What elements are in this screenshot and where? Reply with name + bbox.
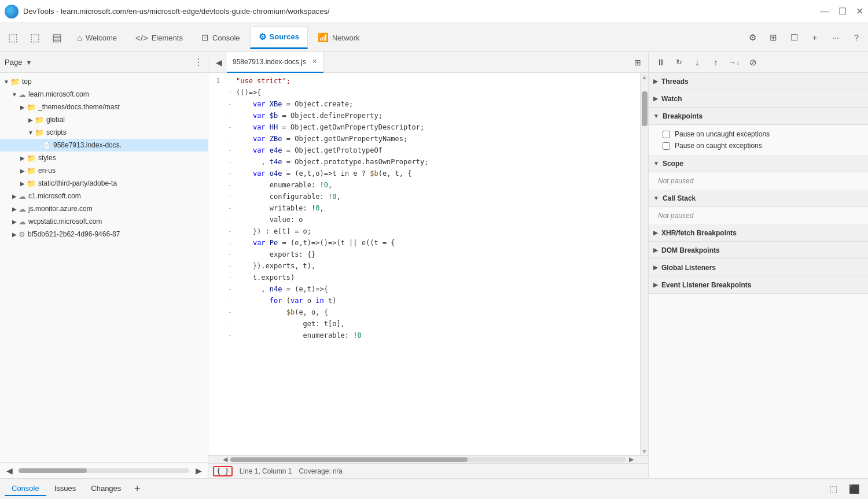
tree-item-jsmonitor[interactable]: ▶ ☁ js.monitor.azure.com (0, 202, 208, 215)
close-drawer-icon[interactable]: ⬛ (845, 480, 863, 498)
tree-item-top[interactable]: ▼ 📁 top (0, 75, 208, 88)
nav-sidebar-button[interactable]: ▤ (46, 27, 67, 48)
watch-section-header[interactable]: ▶ Watch (649, 90, 868, 108)
tree-item-global[interactable]: ▶ 📁 global (0, 113, 208, 126)
scope-arrow-icon: ▼ (653, 160, 659, 167)
tree-label-styles: styles (38, 154, 56, 162)
code-line-1: 1 "use strict"; (213, 75, 635, 87)
breakpoints-section-header[interactable]: ▼ Breakpoints (649, 108, 868, 125)
horizontal-scrollbar-track[interactable] (230, 457, 626, 462)
pause-caught-checkbox[interactable] (663, 142, 670, 150)
tab-sources[interactable]: ⚙ Sources (250, 26, 308, 49)
more-tabs-icon[interactable]: + (806, 28, 824, 47)
tab-elements[interactable]: </> Elements (127, 26, 192, 49)
threads-section-label: Threads (661, 77, 689, 86)
global-listeners-section-header[interactable]: ▶ Global Listeners (649, 259, 868, 276)
step-over-button[interactable]: ↻ (671, 54, 687, 71)
tree-scroll-left[interactable]: ◀ (2, 464, 16, 478)
tab-console[interactable]: ⊡ Console (193, 26, 249, 49)
vertical-scrollbar-thumb[interactable] (642, 91, 648, 126)
tree-item-static[interactable]: ▶ 📁 static/third-party/adobe-ta (0, 177, 208, 190)
split-editor-button[interactable]: ⊞ (630, 54, 646, 71)
gear-icon: ⚙ (19, 230, 25, 239)
maximize-button[interactable]: ☐ (838, 6, 847, 17)
more-options-icon[interactable]: ··· (826, 28, 845, 47)
editor-tab-close-button[interactable]: ✕ (312, 58, 317, 65)
tree-item-wcpstatic[interactable]: ▶ ☁ wcpstatic.microsoft.com (0, 215, 208, 228)
nav-dock-button[interactable]: ⬚ (24, 27, 45, 48)
step-out-button[interactable]: ↑ (708, 54, 724, 71)
editor-tab-indexfile[interactable]: 958e7913.index-docs.js ✕ (227, 52, 323, 73)
tree-item-themes[interactable]: ▶ 📁 _themes/docs.theme/mast (0, 101, 208, 113)
tree-item-styles[interactable]: ▶ 📁 styles (0, 151, 208, 164)
scope-not-paused: Not paused (649, 172, 868, 190)
welcome-icon: ⌂ (77, 33, 82, 43)
add-panel-button[interactable]: + (129, 481, 145, 497)
right-toolbar: ⏸ ↻ ↓ ↑ →↓ ⊘ (649, 52, 868, 73)
tree-item-enus[interactable]: ▶ 📁 en-us (0, 164, 208, 177)
tree-item-indexfile[interactable]: 📄 958e7913.index-docs. (0, 139, 208, 151)
undock-icon[interactable]: ⬚ (824, 480, 843, 498)
settings-icon[interactable]: ⊞ (764, 28, 782, 47)
pretty-print-button[interactable]: { } (213, 466, 233, 476)
dropdown-arrow-icon[interactable]: ▼ (25, 59, 32, 66)
title-bar: DevTools - learn.microsoft.com/en-us/mic… (0, 0, 868, 23)
global-listeners-arrow-icon: ▶ (653, 264, 658, 271)
code-line-21: - $b(e, o, { (213, 306, 635, 318)
editor-status-bar: { } Line 1, Column 1 Coverage: n/a (208, 463, 648, 478)
deactivate-breakpoints-button[interactable]: ⊘ (745, 54, 761, 71)
horizontal-scrollbar-thumb[interactable] (230, 457, 468, 462)
vertical-scrollbar[interactable]: ▲ ▼ (640, 73, 648, 455)
bottom-tab-changes[interactable]: Changes (84, 482, 128, 496)
customize-icon[interactable]: ⚙ (743, 28, 762, 47)
event-listeners-section-header[interactable]: ▶ Event Listener Breakpoints (649, 276, 868, 294)
tree-label-enus: en-us (38, 167, 56, 175)
tree-item-bf5db[interactable]: ▶ ⚙ bf5db621-2b62-4d96-9466-87 (0, 228, 208, 241)
help-icon[interactable]: ? (847, 28, 866, 47)
tree-scroll-right[interactable]: ▶ (192, 464, 205, 478)
call-stack-section-header[interactable]: ▼ Call Stack (649, 190, 868, 207)
scroll-right-icon[interactable]: ▶ (626, 456, 637, 463)
pause-uncaught-checkbox[interactable] (663, 131, 670, 138)
tree-item-learn[interactable]: ▼ ☁ learn.microsoft.com (0, 88, 208, 101)
dom-breakpoints-section-header[interactable]: ▶ DOM Breakpoints (649, 242, 868, 259)
dock-icon[interactable]: ☐ (785, 28, 803, 47)
close-button[interactable]: ✕ (856, 6, 863, 17)
horizontal-scrollbar[interactable]: ◀ ▶ (208, 455, 648, 463)
step-into-button[interactable]: ↓ (689, 54, 705, 71)
cursor-position: Line 1, Column 1 (240, 467, 292, 475)
xhr-breakpoints-section-header[interactable]: ▶ XHR/fetch Breakpoints (649, 224, 868, 242)
tree-item-scripts[interactable]: ▼ 📁 scripts (0, 126, 208, 139)
scroll-left-icon[interactable]: ◀ (220, 456, 230, 463)
tree-label-themes: _themes/docs.theme/mast (38, 103, 120, 111)
code-line-7: - var e4e = Object.getPrototypeOf (213, 145, 635, 156)
tab-welcome[interactable]: ⌂ Welcome (68, 26, 126, 49)
code-area[interactable]: 1 "use strict"; - (()=>{ - var XBe = Obj… (208, 73, 640, 455)
tree-label-jsmonitor: js.monitor.azure.com (28, 205, 93, 213)
code-line-18: - t.exports) (213, 272, 635, 283)
threads-arrow-icon: ▶ (653, 78, 658, 84)
tab-network[interactable]: 📶 Network (309, 26, 369, 49)
minimize-button[interactable]: — (820, 6, 829, 17)
code-line-8: - , t4e = Object.prototype.hasOwnPropert… (213, 156, 635, 168)
pause-resume-button[interactable]: ⏸ (652, 54, 668, 71)
collapse-panel-button[interactable]: ◀ (211, 54, 227, 71)
file-tree-header: Page ▼ ⋮ (0, 52, 208, 73)
call-stack-section-label: Call Stack (663, 194, 696, 202)
bottom-tab-issues[interactable]: Issues (47, 482, 83, 496)
folder-icon: 📁 (35, 128, 44, 137)
threads-section-header[interactable]: ▶ Threads (649, 73, 868, 90)
bottom-tab-console[interactable]: Console (5, 482, 46, 496)
breakpoints-arrow-icon: ▼ (653, 113, 659, 119)
code-line-11: - configurable: !0, (213, 191, 635, 202)
scope-section-header[interactable]: ▼ Scope (649, 155, 868, 172)
folder-icon: 📁 (27, 103, 36, 112)
folder-icon: 📁 (10, 77, 20, 86)
devtools-icon (5, 5, 19, 19)
tree-item-c1[interactable]: ▶ ☁ c1.microsoft.com (0, 190, 208, 202)
step-button[interactable]: →↓ (726, 54, 742, 71)
nav-back-button[interactable]: ⬚ (2, 27, 23, 48)
dom-arrow-icon: ▶ (653, 247, 658, 253)
file-tree-menu-icon[interactable]: ⋮ (194, 57, 203, 68)
pause-uncaught-row: Pause on uncaught exceptions (656, 128, 861, 140)
